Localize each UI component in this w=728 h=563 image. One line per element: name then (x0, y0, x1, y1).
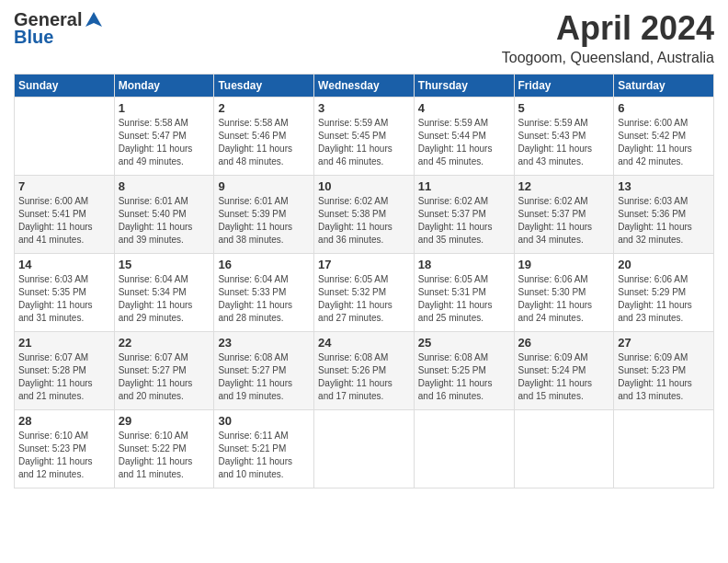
day-number: 28 (18, 414, 110, 428)
day-number: 26 (518, 336, 610, 350)
day-info: Sunrise: 6:02 AM Sunset: 5:38 PM Dayligh… (318, 195, 410, 247)
logo-blue-text: Blue (14, 27, 53, 48)
calendar-cell: 26Sunrise: 6:09 AM Sunset: 5:24 PM Dayli… (514, 332, 614, 410)
calendar-cell: 29Sunrise: 6:10 AM Sunset: 5:22 PM Dayli… (114, 410, 214, 488)
calendar-cell: 15Sunrise: 6:04 AM Sunset: 5:34 PM Dayli… (114, 254, 214, 332)
day-info: Sunrise: 6:04 AM Sunset: 5:33 PM Dayligh… (218, 273, 310, 325)
calendar-cell: 11Sunrise: 6:02 AM Sunset: 5:37 PM Dayli… (414, 176, 514, 254)
day-number: 27 (618, 336, 710, 350)
calendar-body: 1Sunrise: 5:58 AM Sunset: 5:47 PM Daylig… (15, 98, 714, 488)
day-info: Sunrise: 6:03 AM Sunset: 5:35 PM Dayligh… (18, 273, 110, 325)
calendar-cell: 16Sunrise: 6:04 AM Sunset: 5:33 PM Dayli… (214, 254, 314, 332)
calendar-cell (514, 410, 614, 488)
day-number: 22 (119, 336, 210, 350)
day-info: Sunrise: 6:05 AM Sunset: 5:31 PM Dayligh… (418, 273, 510, 325)
day-number: 8 (119, 179, 210, 193)
day-info: Sunrise: 6:06 AM Sunset: 5:29 PM Dayligh… (618, 273, 710, 325)
calendar-week-row: 28Sunrise: 6:10 AM Sunset: 5:23 PM Dayli… (15, 410, 714, 488)
calendar-cell: 21Sunrise: 6:07 AM Sunset: 5:28 PM Dayli… (15, 332, 115, 410)
calendar-cell: 3Sunrise: 5:59 AM Sunset: 5:45 PM Daylig… (314, 98, 415, 176)
page-header: General Blue April 2024 Toogoom, Queensl… (14, 9, 714, 66)
day-number: 3 (318, 101, 410, 115)
day-info: Sunrise: 6:09 AM Sunset: 5:24 PM Dayligh… (518, 351, 610, 403)
day-info: Sunrise: 6:07 AM Sunset: 5:27 PM Dayligh… (119, 351, 210, 403)
calendar-table: SundayMondayTuesdayWednesdayThursdayFrid… (14, 74, 714, 488)
day-info: Sunrise: 5:59 AM Sunset: 5:45 PM Dayligh… (318, 117, 410, 168)
calendar-cell: 10Sunrise: 6:02 AM Sunset: 5:38 PM Dayli… (314, 176, 415, 254)
day-number: 14 (18, 258, 110, 271)
calendar-cell: 5Sunrise: 5:59 AM Sunset: 5:43 PM Daylig… (514, 98, 614, 176)
calendar-cell: 24Sunrise: 6:08 AM Sunset: 5:26 PM Dayli… (314, 332, 415, 410)
day-info: Sunrise: 6:01 AM Sunset: 5:39 PM Dayligh… (218, 195, 310, 247)
calendar-cell (414, 410, 514, 488)
day-info: Sunrise: 5:59 AM Sunset: 5:43 PM Dayligh… (518, 117, 610, 168)
calendar-cell: 14Sunrise: 6:03 AM Sunset: 5:35 PM Dayli… (15, 254, 115, 332)
calendar-cell: 6Sunrise: 6:00 AM Sunset: 5:42 PM Daylig… (614, 98, 714, 176)
day-info: Sunrise: 6:07 AM Sunset: 5:28 PM Dayligh… (18, 351, 110, 403)
day-info: Sunrise: 6:09 AM Sunset: 5:23 PM Dayligh… (618, 351, 710, 403)
weekday-header: Friday (514, 75, 614, 98)
month-title: April 2024 (502, 9, 714, 48)
calendar-cell: 18Sunrise: 6:05 AM Sunset: 5:31 PM Dayli… (414, 254, 514, 332)
day-number: 16 (218, 258, 310, 271)
day-number: 21 (18, 336, 110, 350)
day-number: 24 (318, 336, 410, 350)
weekday-header: Tuesday (214, 75, 314, 98)
day-number: 18 (418, 258, 510, 271)
weekday-header: Saturday (614, 75, 714, 98)
day-number: 1 (119, 101, 210, 115)
weekday-header: Wednesday (314, 75, 415, 98)
day-number: 11 (418, 179, 510, 193)
calendar-week-row: 7Sunrise: 6:00 AM Sunset: 5:41 PM Daylig… (15, 176, 714, 254)
calendar-cell: 23Sunrise: 6:08 AM Sunset: 5:27 PM Dayli… (214, 332, 314, 410)
calendar-cell: 4Sunrise: 5:59 AM Sunset: 5:44 PM Daylig… (414, 98, 514, 176)
weekday-header: Sunday (15, 75, 115, 98)
calendar-week-row: 1Sunrise: 5:58 AM Sunset: 5:47 PM Daylig… (15, 98, 714, 176)
location-title: Toogoom, Queensland, Australia (502, 50, 714, 66)
weekday-header: Monday (114, 75, 214, 98)
calendar-cell: 1Sunrise: 5:58 AM Sunset: 5:47 PM Daylig… (114, 98, 214, 176)
calendar-cell: 2Sunrise: 5:58 AM Sunset: 5:46 PM Daylig… (214, 98, 314, 176)
day-number: 13 (618, 179, 710, 193)
calendar-cell: 17Sunrise: 6:05 AM Sunset: 5:32 PM Dayli… (314, 254, 415, 332)
day-info: Sunrise: 6:11 AM Sunset: 5:21 PM Dayligh… (218, 430, 310, 481)
day-info: Sunrise: 6:08 AM Sunset: 5:26 PM Dayligh… (318, 351, 410, 403)
day-number: 5 (518, 101, 610, 115)
day-info: Sunrise: 6:02 AM Sunset: 5:37 PM Dayligh… (518, 195, 610, 247)
calendar-cell: 20Sunrise: 6:06 AM Sunset: 5:29 PM Dayli… (614, 254, 714, 332)
weekday-header: Thursday (414, 75, 514, 98)
day-number: 10 (318, 179, 410, 193)
day-number: 29 (119, 414, 210, 428)
day-number: 12 (518, 179, 610, 193)
day-number: 19 (518, 258, 610, 271)
day-number: 15 (119, 258, 210, 271)
day-number: 25 (418, 336, 510, 350)
calendar-cell: 25Sunrise: 6:08 AM Sunset: 5:25 PM Dayli… (414, 332, 514, 410)
calendar-cell (15, 98, 115, 176)
calendar-cell (314, 410, 415, 488)
calendar-week-row: 21Sunrise: 6:07 AM Sunset: 5:28 PM Dayli… (15, 332, 714, 410)
calendar-cell: 19Sunrise: 6:06 AM Sunset: 5:30 PM Dayli… (514, 254, 614, 332)
day-number: 2 (218, 101, 310, 115)
calendar-cell: 28Sunrise: 6:10 AM Sunset: 5:23 PM Dayli… (15, 410, 115, 488)
calendar-cell: 27Sunrise: 6:09 AM Sunset: 5:23 PM Dayli… (614, 332, 714, 410)
calendar-header-row: SundayMondayTuesdayWednesdayThursdayFrid… (15, 75, 714, 98)
calendar-cell: 8Sunrise: 6:01 AM Sunset: 5:40 PM Daylig… (114, 176, 214, 254)
day-info: Sunrise: 5:59 AM Sunset: 5:44 PM Dayligh… (418, 117, 510, 168)
day-number: 20 (618, 258, 710, 271)
day-info: Sunrise: 5:58 AM Sunset: 5:46 PM Dayligh… (218, 117, 310, 168)
calendar-week-row: 14Sunrise: 6:03 AM Sunset: 5:35 PM Dayli… (15, 254, 714, 332)
day-number: 23 (218, 336, 310, 350)
logo-bird-icon (84, 10, 104, 30)
day-info: Sunrise: 6:10 AM Sunset: 5:22 PM Dayligh… (119, 430, 210, 481)
day-info: Sunrise: 6:00 AM Sunset: 5:42 PM Dayligh… (618, 117, 710, 168)
day-number: 6 (618, 101, 710, 115)
day-info: Sunrise: 6:05 AM Sunset: 5:32 PM Dayligh… (318, 273, 410, 325)
day-info: Sunrise: 6:10 AM Sunset: 5:23 PM Dayligh… (18, 430, 110, 481)
day-info: Sunrise: 6:03 AM Sunset: 5:36 PM Dayligh… (618, 195, 710, 247)
day-number: 9 (218, 179, 310, 193)
day-number: 7 (18, 179, 110, 193)
day-info: Sunrise: 6:08 AM Sunset: 5:25 PM Dayligh… (418, 351, 510, 403)
day-number: 17 (318, 258, 410, 271)
calendar-cell: 22Sunrise: 6:07 AM Sunset: 5:27 PM Dayli… (114, 332, 214, 410)
